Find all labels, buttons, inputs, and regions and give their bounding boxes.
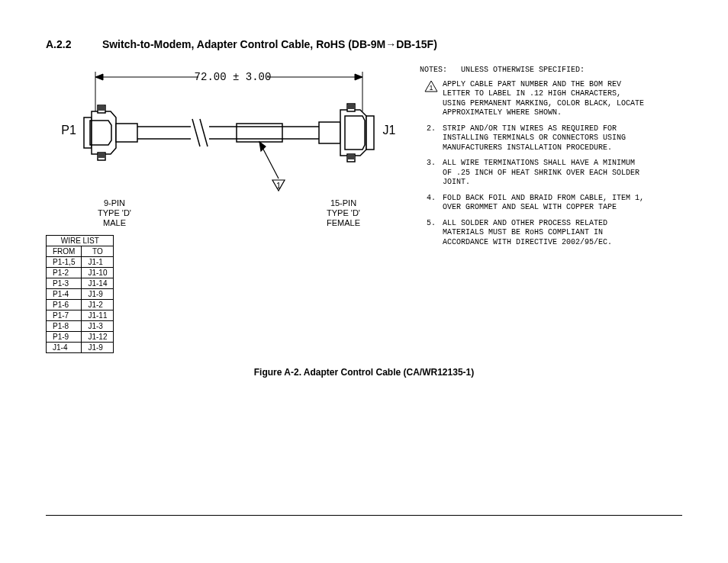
- note-text: ALL WIRE TERMINATIONS SHALL HAVE A MINIM…: [443, 159, 649, 188]
- svg-text:1: 1: [429, 84, 433, 92]
- heading-text: Switch-to-Modem, Adapter Control Cable, …: [102, 38, 437, 50]
- svg-marker-2: [95, 74, 103, 80]
- note-number: 3.: [420, 159, 443, 188]
- wire-list-row: P1-4J1-9: [47, 288, 114, 299]
- p1-label: P1: [61, 124, 76, 137]
- svg-line-18: [192, 119, 200, 146]
- wire-list-row: P1-7J1-11: [47, 310, 114, 320]
- note-row: 1APPLY CABLE PART NUMBER AND THE BOM REV…: [420, 80, 649, 118]
- note-row: 4.FOLD BACK FOIL AND BRAID FROM CABLE, I…: [420, 194, 649, 213]
- wire-list-row: J1-4J1-9: [47, 342, 114, 352]
- wire-list-row: P1-9J1-12: [47, 331, 114, 342]
- note-row: 5.ALL SOLDER AND OTHER PROCESS RELATED M…: [420, 219, 649, 248]
- notes-label: NOTES:: [420, 66, 447, 74]
- note-row: 2.STRIP AND/OR TIN WIRES AS REQUIRED FOR…: [420, 124, 649, 153]
- svg-line-19: [200, 119, 208, 146]
- section-heading: A.2.2 Switch-to-Modem, Adapter Control C…: [46, 38, 682, 50]
- notes-column: NOTES: UNLESS OTHERWISE SPECIFIED: 1APPL…: [420, 66, 649, 253]
- j1-label: J1: [383, 124, 396, 137]
- wire-list-table: WIRE LIST FROM TO P1-1,5J1-1P1-2J1-10P1-…: [46, 235, 114, 353]
- note-triangle-icon: 1: [420, 80, 443, 118]
- note-number: 4.: [420, 194, 443, 213]
- wire-list-row: P1-2J1-10: [47, 267, 114, 278]
- note-text: APPLY CABLE PART NUMBER AND THE BOM REV …: [443, 80, 649, 118]
- wire-list-row: P1-3J1-14: [47, 278, 114, 288]
- connector-descriptions: 9-PIN TYPE 'D' MALE 15-PIN TYPE 'D' FEMA…: [46, 198, 404, 229]
- note-number: 5.: [420, 219, 443, 248]
- dimension-text: 72.00 ± 3.00: [195, 71, 272, 83]
- footer-rule: [46, 515, 682, 516]
- svg-rect-15: [116, 124, 137, 142]
- svg-rect-36: [366, 116, 374, 150]
- wire-list-from-header: FROM: [47, 246, 82, 256]
- note-text: FOLD BACK FOIL AND BRAID FROM CABLE, ITE…: [443, 194, 649, 213]
- wire-list-row: P1-6J1-2: [47, 299, 114, 310]
- wire-list-title: WIRE LIST: [47, 235, 114, 246]
- wire-list-to-header: TO: [82, 246, 114, 256]
- note-number: 2.: [420, 124, 443, 153]
- wire-list-row: P1-8J1-3: [47, 320, 114, 331]
- figure-caption: Figure A-2. Adapter Control Cable (CA/WR…: [46, 367, 682, 378]
- svg-rect-27: [319, 122, 340, 143]
- note-row: 3.ALL WIRE TERMINATIONS SHALL HAVE A MIN…: [420, 159, 649, 188]
- cable-figure: 72.00 ± 3.00 P1 J1: [46, 66, 404, 353]
- svg-marker-3: [355, 74, 362, 80]
- wire-list-row: P1-1,5J1-1: [47, 256, 114, 267]
- note-text: STRIP AND/OR TIN WIRES AS REQUIRED FOR I…: [443, 124, 649, 153]
- callout-number: 1: [276, 181, 281, 190]
- notes-subhead: UNLESS OTHERWISE SPECIFIED:: [461, 66, 585, 74]
- note-text: ALL SOLDER AND OTHER PROCESS RELATED MAT…: [443, 219, 649, 248]
- cable-drawing-svg: 72.00 ± 3.00 P1 J1: [46, 66, 404, 195]
- left-connector-desc: 9-PIN TYPE 'D' MALE: [84, 198, 145, 229]
- figure-and-notes: 72.00 ± 3.00 P1 J1: [46, 66, 682, 353]
- heading-number: A.2.2: [46, 38, 99, 50]
- svg-marker-38: [259, 142, 266, 151]
- right-connector-desc: 15-PIN TYPE 'D' FEMALE: [313, 198, 374, 229]
